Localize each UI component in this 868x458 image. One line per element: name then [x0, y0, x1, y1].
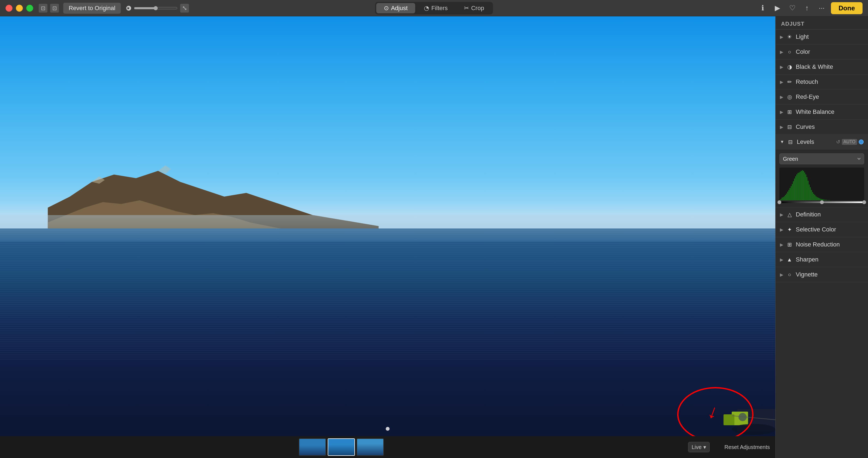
color-label: Color [796, 48, 864, 55]
light-arrow: ▶ [780, 34, 783, 39]
svg-rect-49 [823, 199, 823, 200]
histogram-svg [779, 168, 864, 200]
adjust-item-definition[interactable]: ▶ △ Definition [776, 207, 868, 222]
minimize-button[interactable] [16, 5, 23, 12]
nr-label: Noise Reduction [796, 241, 864, 248]
filters-icon: ◔ [424, 5, 429, 12]
info-button[interactable]: ℹ [757, 3, 768, 13]
levels-reset-icon[interactable]: ↺ [836, 139, 840, 145]
adjust-item-color[interactable]: ▶ ○ Color [776, 45, 868, 59]
adjust-item-noise-reduction[interactable]: ▶ ⊞ Noise Reduction [776, 237, 868, 252]
ocean-ripples [0, 228, 775, 361]
svg-point-7 [732, 424, 775, 435]
levels-handle-black[interactable] [777, 200, 781, 204]
nr-icon: ⊞ [786, 241, 793, 248]
svg-rect-26 [796, 174, 797, 200]
tab-filters[interactable]: ◔ Filters [416, 3, 455, 13]
adjust-item-black-white[interactable]: ▶ ◑ Black & White [776, 59, 868, 75]
photo-area: ↓ ◎ 🔊 [0, 17, 775, 458]
levels-controls: ↺ AUTO [836, 139, 864, 145]
svg-rect-36 [808, 181, 809, 200]
levels-slider-track [779, 201, 864, 203]
nav-dot [386, 427, 390, 431]
fullscreen-button[interactable] [26, 5, 33, 12]
adjust-item-selective-color[interactable]: ▶ ✦ Selective Color [776, 222, 868, 237]
levels-section: Green Luminance Red Blue [776, 149, 868, 207]
levels-arrow: ▼ [780, 140, 784, 144]
sharpen-arrow: ▶ [780, 257, 783, 262]
filmstrip-item-active[interactable] [328, 438, 355, 456]
channel-select[interactable]: Green Luminance Red Blue [779, 153, 864, 164]
adjust-item-white-balance[interactable]: ▶ ⊞ White Balance [776, 105, 868, 119]
svg-rect-50 [824, 200, 825, 200]
levels-handle-white[interactable] [862, 200, 866, 204]
svg-rect-25 [795, 176, 796, 200]
vignette-icon: ○ [786, 271, 793, 278]
svg-rect-30 [801, 171, 802, 200]
wb-arrow: ▶ [780, 110, 783, 115]
adjust-item-vignette[interactable]: ▶ ○ Vignette [776, 267, 868, 282]
adjust-item-light[interactable]: ▶ ☀ Light [776, 29, 868, 45]
live-dropdown[interactable]: Live ▾ [688, 442, 710, 452]
filmstrip-item[interactable] [299, 438, 326, 456]
more-button[interactable]: ··· [816, 3, 827, 13]
favorite-button[interactable]: ♡ [787, 3, 798, 13]
brightness-control: ☀ ⤡ [126, 4, 189, 12]
nr-arrow: ▶ [780, 242, 783, 247]
filmstrip-item[interactable] [356, 438, 384, 456]
svg-rect-19 [788, 190, 789, 200]
brightness-slider[interactable] [134, 6, 178, 10]
svg-rect-20 [789, 188, 790, 200]
levels-handle-mid[interactable] [820, 200, 824, 204]
svg-rect-23 [793, 181, 794, 200]
sharpen-label: Sharpen [796, 256, 864, 263]
redeye-arrow: ▶ [780, 94, 783, 99]
zoom-fit-button[interactable]: ⤡ [180, 4, 189, 12]
color-icon: ○ [786, 49, 793, 55]
svg-rect-41 [813, 194, 814, 200]
tab-filters-label: Filters [431, 5, 447, 12]
svg-rect-28 [799, 172, 799, 200]
window-controls: ⊡ ⊡ [39, 4, 59, 12]
svg-rect-37 [809, 184, 810, 200]
svg-rect-43 [816, 196, 816, 200]
reset-adjustments-button[interactable]: Reset Adjustments [724, 444, 770, 450]
svg-rect-46 [819, 198, 820, 200]
curves-label: Curves [796, 123, 864, 131]
adjust-item-sharpen[interactable]: ▶ ▲ Sharpen [776, 252, 868, 267]
levels-icon: ⊟ [787, 139, 794, 145]
tab-crop-label: Crop [471, 5, 484, 12]
levels-auto-badge[interactable]: AUTO [842, 139, 857, 145]
sc-label: Selective Color [796, 226, 864, 233]
close-button[interactable] [5, 5, 12, 12]
tab-adjust[interactable]: ⊙ Adjust [376, 3, 415, 13]
light-label: Light [796, 33, 864, 40]
svg-rect-32 [803, 171, 804, 200]
svg-rect-55 [829, 200, 830, 200]
tab-crop[interactable]: ✂ Crop [456, 3, 492, 13]
main-area: ↓ ◎ 🔊 [0, 17, 868, 458]
svg-rect-14 [783, 197, 783, 200]
svg-rect-18 [787, 192, 788, 200]
panel-toggle-button[interactable]: ⊡ [39, 4, 48, 12]
bw-icon: ◑ [786, 64, 793, 70]
svg-rect-53 [827, 200, 828, 200]
svg-rect-34 [805, 174, 806, 200]
filmstrip-container [299, 438, 384, 456]
revert-button[interactable]: Revert to Original [63, 3, 121, 13]
adjust-item-curves[interactable]: ▶ ⊟ Curves [776, 119, 868, 135]
panel-header: ADJUST [776, 17, 868, 29]
view-mode-button[interactable]: ⊡ [50, 4, 59, 12]
adjust-item-levels[interactable]: ▼ ⊟ Levels ↺ AUTO [776, 135, 868, 149]
svg-rect-16 [785, 195, 786, 200]
live-label: Live [692, 444, 702, 450]
histogram-container [779, 168, 864, 200]
wb-label: White Balance [796, 108, 864, 115]
adjust-item-red-eye[interactable]: ▶ ◎ Red-Eye [776, 89, 868, 105]
share-button[interactable]: ↑ [802, 3, 812, 13]
bw-arrow: ▶ [780, 64, 783, 69]
done-button[interactable]: Done [831, 2, 863, 14]
slideshow-button[interactable]: ▶ [772, 3, 783, 13]
adjust-item-retouch[interactable]: ▶ ✏ Retouch [776, 75, 868, 89]
live-dropdown-arrow: ▾ [703, 444, 706, 450]
